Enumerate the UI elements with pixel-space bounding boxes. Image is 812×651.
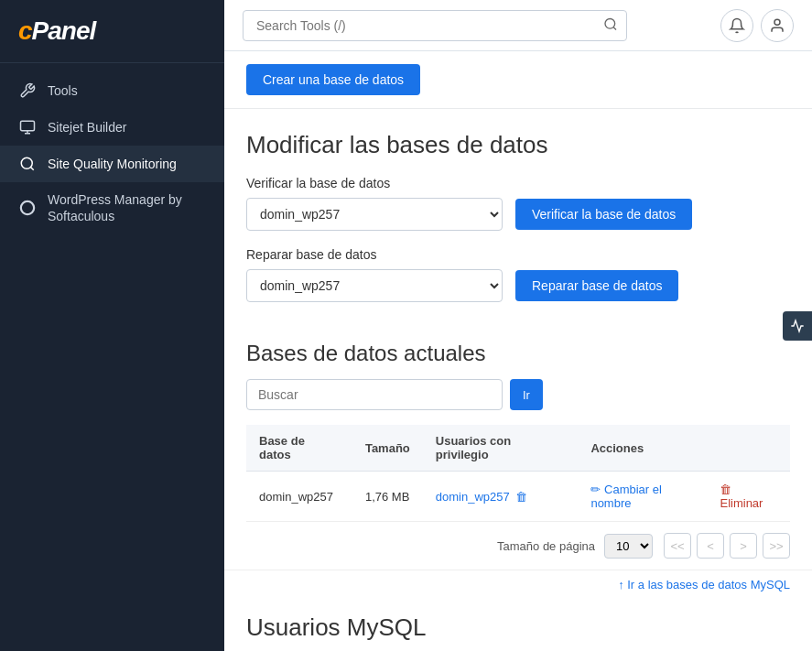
user-menu-button[interactable] xyxy=(761,9,794,42)
sidebar-item-tools[interactable]: Tools xyxy=(0,72,224,109)
content-area: Crear una base de datos Modificar las ba… xyxy=(224,51,812,651)
page-last-button[interactable]: >> xyxy=(763,533,790,559)
header-icons xyxy=(720,9,794,42)
svg-line-7 xyxy=(613,27,616,29)
sidebar-item-wordpress[interactable]: WordPress Manager by Softaculous xyxy=(0,182,224,233)
create-database-button[interactable]: Crear una base de datos xyxy=(246,64,420,95)
current-section: Bases de datos actuales Ir Base de datos… xyxy=(224,319,812,522)
sidebar-nav: Tools Sitejet Builder Site Quality Mo xyxy=(0,63,224,243)
page-size-select[interactable]: 10 25 50 xyxy=(604,534,653,559)
sidebar-item-sitejet-label: Sitejet Builder xyxy=(48,119,126,136)
repair-label: Reparar base de datos xyxy=(246,247,790,262)
sidebar-item-wordpress-label: WordPress Manager by Softaculous xyxy=(48,191,206,224)
rename-link[interactable]: ✏ Cambiar el nombre xyxy=(590,483,703,510)
sidebar-item-tools-label: Tools xyxy=(48,82,78,99)
svg-line-4 xyxy=(30,167,33,169)
mysql-link[interactable]: ↑ Ir a las bases de datos MySQL xyxy=(618,578,790,591)
current-section-title: Bases de datos actuales xyxy=(246,341,790,366)
verify-database-select[interactable]: domin_wp257 xyxy=(246,198,503,231)
table-row: domin_wp257 1,76 MB domin_wp257 🗑 ✏ Camb… xyxy=(246,472,790,522)
database-table: Base de datos Tamaño Usuarios con privil… xyxy=(246,425,790,522)
svg-point-3 xyxy=(21,157,32,168)
verify-row: domin_wp257 Verificar la base de datos xyxy=(246,198,790,231)
sidebar-item-quality-label: Site Quality Monitoring xyxy=(48,156,177,172)
mysql-users-title: Usuarios MySQL xyxy=(224,604,812,651)
table-body: domin_wp257 1,76 MB domin_wp257 🗑 ✏ Camb… xyxy=(246,472,790,522)
user-link[interactable]: domin_wp257 xyxy=(436,490,510,504)
cell-db-name: domin_wp257 xyxy=(246,472,352,522)
svg-rect-0 xyxy=(21,121,35,131)
delete-link[interactable]: 🗑 Eliminar xyxy=(720,483,777,510)
notifications-button[interactable] xyxy=(720,9,753,42)
sitejet-icon xyxy=(18,118,37,136)
cell-size: 1,76 MB xyxy=(352,472,423,522)
main-area: Crear una base de datos Modificar las ba… xyxy=(224,0,812,651)
quality-icon xyxy=(18,155,37,173)
col-users: Usuarios con privilegio xyxy=(423,425,579,472)
pagination-bar: Tamaño de página 10 25 50 << < > >> xyxy=(224,522,812,570)
actions-container: ✏ Cambiar el nombre 🗑 Eliminar xyxy=(590,483,777,510)
wordpress-icon xyxy=(18,199,37,217)
table-header: Base de datos Tamaño Usuarios con privil… xyxy=(246,425,790,472)
sidebar-item-sitejet[interactable]: Sitejet Builder xyxy=(0,109,224,146)
repair-button[interactable]: Reparar base de datos xyxy=(515,270,678,301)
user-icon: 🗑 xyxy=(515,490,527,504)
page-first-button[interactable]: << xyxy=(664,533,691,559)
verify-form-group: Verificar la base de datos domin_wp257 V… xyxy=(246,176,790,231)
page-next-button[interactable]: > xyxy=(730,533,757,559)
verify-label: Verificar la base de datos xyxy=(246,176,790,190)
col-db-name: Base de datos xyxy=(246,425,352,472)
header xyxy=(224,0,812,51)
verify-button[interactable]: Verificar la base de datos xyxy=(515,199,692,230)
col-size: Tamaño xyxy=(352,425,423,472)
col-actions: Acciones xyxy=(578,425,790,472)
cpanel-logo: cPanel xyxy=(18,16,206,46)
page-prev-button[interactable]: < xyxy=(697,533,724,559)
repair-row: domin_wp257 Reparar base de datos xyxy=(246,269,790,302)
repair-form-group: Reparar base de datos domin_wp257 Repara… xyxy=(246,247,790,302)
mysql-link-bar: ↑ Ir a las bases de datos MySQL xyxy=(224,570,812,604)
search-container xyxy=(243,10,627,41)
page-size-label: Tamaño de página xyxy=(497,539,595,553)
modify-section-title: Modificar las bases de datos xyxy=(246,131,790,159)
modify-section: Modificar las bases de datos Verificar l… xyxy=(224,109,812,302)
search-db-input[interactable] xyxy=(246,379,503,410)
analytics-fab[interactable] xyxy=(783,311,812,341)
create-button-bar: Crear una base de datos xyxy=(224,51,812,109)
search-input[interactable] xyxy=(243,10,627,41)
svg-point-6 xyxy=(605,18,615,28)
search-submit-button[interactable] xyxy=(601,15,620,36)
svg-point-8 xyxy=(774,19,780,25)
repair-database-select[interactable]: domin_wp257 xyxy=(246,269,503,302)
tools-icon xyxy=(18,81,37,100)
sidebar-item-quality[interactable]: Site Quality Monitoring xyxy=(0,146,224,182)
cell-user: domin_wp257 🗑 xyxy=(423,472,579,522)
sidebar-logo: cPanel xyxy=(0,0,224,63)
search-row: Ir xyxy=(246,379,790,410)
sidebar: cPanel Tools Sitejet Builder xyxy=(0,0,224,651)
cell-actions: ✏ Cambiar el nombre 🗑 Eliminar xyxy=(578,472,790,522)
go-button[interactable]: Ir xyxy=(510,379,543,410)
